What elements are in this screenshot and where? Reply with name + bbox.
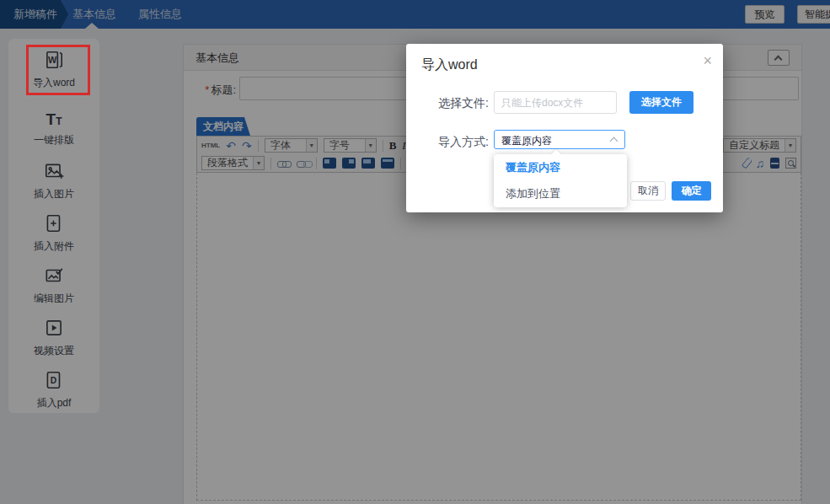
file-select-label: 选择文件: [406, 96, 489, 111]
import-word-dialog: 导入word × 选择文件: 选择文件 导入方式: 覆盖原内容 覆盖原内容 添加… [406, 44, 723, 212]
confirm-button[interactable]: 确定 [672, 181, 711, 201]
import-mode-value: 覆盖原内容 [501, 134, 552, 148]
dropdown-option-append[interactable]: 添加到位置 [494, 180, 627, 206]
dialog-title: 导入word [421, 56, 478, 74]
import-mode-label: 导入方式: [406, 135, 489, 150]
dropdown-option-overwrite[interactable]: 覆盖原内容 [494, 154, 627, 180]
chevron-up-icon [610, 137, 618, 146]
close-icon[interactable]: × [703, 53, 712, 68]
choose-file-button[interactable]: 选择文件 [629, 91, 693, 114]
page: 新增稿件 基本信息 属性信息 预览 智能提取 W 导入word TT 一键排版 [0, 0, 830, 504]
cancel-button[interactable]: 取消 [630, 181, 666, 201]
import-mode-select[interactable]: 覆盖原内容 [494, 130, 625, 149]
file-name-input[interactable] [494, 91, 617, 114]
import-mode-dropdown: 覆盖原内容 添加到位置 [494, 154, 627, 207]
